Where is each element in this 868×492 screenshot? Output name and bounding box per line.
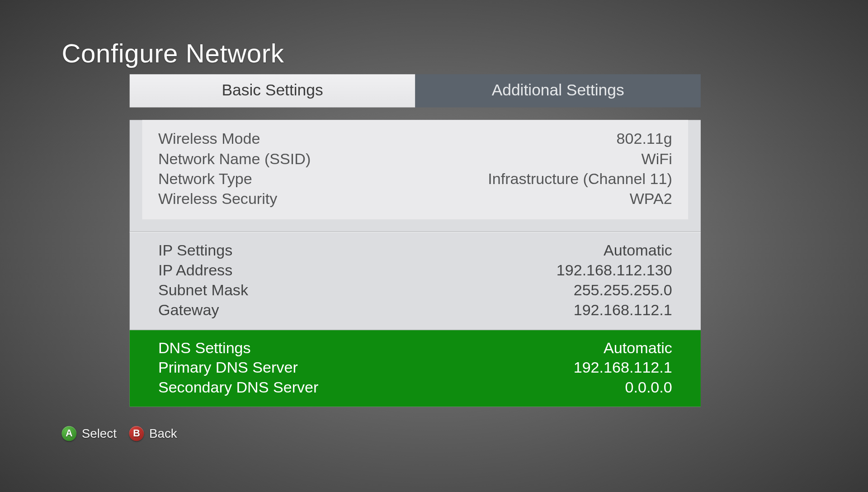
value-dns-settings: Automatic [604,338,672,357]
row-wireless-security: Wireless Security WPA2 [158,189,672,209]
ip-section[interactable]: IP Settings Automatic IP Address 192.168… [130,232,701,330]
label-primary-dns: Primary DNS Server [158,359,298,378]
label-ip-address: IP Address [158,261,232,280]
row-ip-address: IP Address 192.168.112.130 [158,260,672,280]
section-divider [130,219,701,232]
label-ip-settings: IP Settings [158,241,232,260]
label-network-type: Network Type [158,170,252,189]
value-wireless-mode: 802.11g [616,130,672,149]
label-gateway: Gateway [158,301,219,320]
row-ip-settings: IP Settings Automatic [158,240,672,260]
row-wireless-mode: Wireless Mode 802.11g [158,129,672,149]
value-wireless-security: WPA2 [630,189,672,208]
tab-additional-settings[interactable]: Additional Settings [415,74,701,107]
value-network-type: Infrastructure (Channel 11) [488,170,672,189]
hint-back-label: Back [149,426,177,441]
page-title: Configure Network [61,38,284,68]
footer-hints: A Select B Back [61,426,177,441]
value-secondary-dns: 0.0.0.0 [625,378,672,397]
dns-section[interactable]: DNS Settings Automatic Primary DNS Serve… [130,330,701,407]
row-network-type: Network Type Infrastructure (Channel 11) [158,169,672,189]
row-subnet-mask: Subnet Mask 255.255.255.0 [158,280,672,300]
value-ip-settings: Automatic [604,241,672,260]
hint-select: A Select [61,426,116,441]
label-ssid: Network Name (SSID) [158,150,311,169]
label-dns-settings: DNS Settings [158,338,251,357]
settings-panel: Basic Settings Additional Settings Wirel… [130,74,701,407]
tab-basic-settings[interactable]: Basic Settings [130,74,415,107]
row-primary-dns: Primary DNS Server 192.168.112.1 [158,358,672,378]
value-subnet-mask: 255.255.255.0 [574,281,672,300]
row-secondary-dns: Secondary DNS Server 0.0.0.0 [158,378,672,397]
value-primary-dns: 192.168.112.1 [574,359,672,378]
settings-content: Wireless Mode 802.11g Network Name (SSID… [130,120,701,407]
a-button-icon: A [61,426,76,441]
hint-select-label: Select [82,426,117,441]
row-gateway: Gateway 192.168.112.1 [158,300,672,320]
b-button-icon: B [129,426,144,441]
label-wireless-mode: Wireless Mode [158,130,260,149]
wireless-section[interactable]: Wireless Mode 802.11g Network Name (SSID… [142,120,689,219]
label-secondary-dns: Secondary DNS Server [158,378,318,397]
value-ssid: WiFi [642,150,672,169]
row-ssid: Network Name (SSID) WiFi [158,149,672,169]
tabs: Basic Settings Additional Settings [130,74,701,107]
value-ip-address: 192.168.112.130 [557,261,672,280]
row-dns-settings: DNS Settings Automatic [158,338,672,358]
label-wireless-security: Wireless Security [158,189,277,208]
label-subnet-mask: Subnet Mask [158,281,248,300]
value-gateway: 192.168.112.1 [574,301,672,320]
hint-back: B Back [129,426,177,441]
